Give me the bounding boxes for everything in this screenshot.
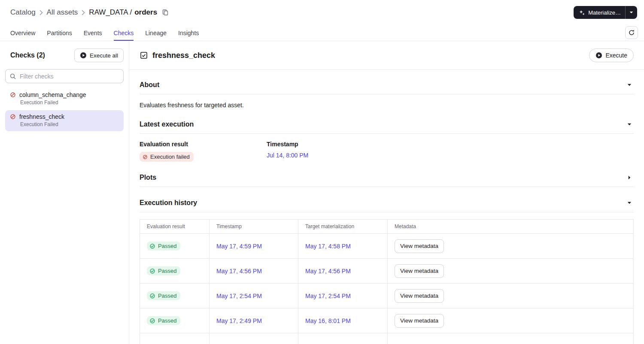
breadcrumb-asset-name: orders (134, 8, 157, 17)
table-header-row: Evaluation result Timestamp Target mater… (140, 220, 634, 234)
materialize-dropdown-caret[interactable] (626, 6, 637, 19)
execution-failed-badge: Execution failed (140, 152, 194, 162)
target-materialization-link[interactable]: May 17, 2:54 PM (305, 293, 351, 299)
table-row: Passed May 17, 4:56 PM May 17, 4:56 PM V… (140, 259, 634, 284)
sidebar-header: Checks (2) Execute all (0, 41, 129, 66)
chevron-right-icon (39, 10, 43, 15)
view-metadata-button[interactable]: View metadata (395, 264, 444, 278)
table-row: Passed May 17, 2:54 PM May 17, 2:54 PM V… (140, 284, 634, 308)
checks-list: column_schema_change Execution Failed fr… (0, 88, 129, 133)
check-detail-pane: freshness_check Execute About Evaluates … (129, 41, 644, 344)
target-materialization-link[interactable]: May 17, 4:56 PM (305, 268, 351, 275)
passed-badge: Passed (147, 241, 180, 250)
execution-history-heading: Execution history (140, 199, 197, 207)
execution-timestamp-link[interactable]: May 17, 4:59 PM (216, 243, 262, 250)
table-row: Passed May 17, 2:49 PM May 16, 8:01 PM V… (140, 308, 634, 333)
check-detail-header: freshness_check Execute (129, 41, 644, 70)
collapse-latest-execution-caret-icon[interactable] (625, 123, 634, 126)
check-name: freshness_check (19, 113, 64, 120)
execution-timestamp-link[interactable]: May 17, 2:49 PM (216, 317, 262, 324)
execution-history-section-header: Execution history (140, 187, 634, 212)
divider (140, 212, 634, 212)
passed-check-icon (149, 268, 155, 274)
target-materialization-link[interactable]: May 16, 8:01 PM (305, 317, 351, 324)
execute-label: Execute (605, 52, 627, 59)
play-icon (595, 52, 602, 59)
filter-checks-input[interactable] (5, 69, 124, 83)
tab-partitions[interactable]: Partitions (47, 25, 72, 41)
latest-execution-timestamp-link[interactable]: Jul 14, 8:00 PM (267, 152, 308, 159)
search-icon (9, 73, 16, 80)
column-header-timestamp: Timestamp (210, 220, 298, 234)
breadcrumb-catalog[interactable]: Catalog (10, 8, 36, 17)
passed-check-icon (149, 243, 155, 249)
column-header-target-materialization: Target materialization (298, 220, 388, 234)
execution-failed-icon (10, 92, 16, 98)
breadcrumb: Catalog All assets RAW_DATA / orders (10, 8, 169, 17)
check-status: Execution Failed (20, 121, 119, 127)
view-metadata-button[interactable]: View metadata (395, 314, 444, 328)
execution-timestamp-link[interactable]: May 17, 4:56 PM (216, 268, 262, 275)
tab-events[interactable]: Events (84, 25, 102, 41)
check-name: column_schema_change (19, 91, 86, 98)
execute-button[interactable]: Execute (589, 48, 634, 62)
collapse-execution-history-caret-icon[interactable] (625, 202, 634, 204)
sparkle-icon (579, 9, 585, 16)
tab-overview[interactable]: Overview (10, 25, 35, 41)
refresh-icon (628, 29, 635, 36)
chevron-right-icon (82, 10, 85, 15)
about-description: Evaluates freshness for targeted asset. (140, 94, 634, 109)
execution-failed-icon (143, 154, 148, 160)
execute-all-label: Execute all (90, 52, 118, 59)
asset-tabs: Overview Partitions Events Checks Lineag… (0, 25, 644, 41)
copy-icon[interactable] (162, 9, 169, 16)
table-row: Passed May 17, 4:59 PM May 17, 4:58 PM V… (140, 234, 634, 259)
view-metadata-button[interactable]: View metadata (395, 289, 444, 303)
timestamp-label: Timestamp (267, 141, 394, 148)
execute-all-button[interactable]: Execute all (74, 48, 124, 62)
execution-timestamp-link[interactable]: May 17, 2:54 PM (216, 293, 262, 299)
passed-badge: Passed (147, 316, 180, 325)
filter-checks-field (5, 69, 124, 83)
passed-badge: Passed (147, 266, 180, 275)
expand-plots-caret-icon[interactable] (625, 175, 634, 180)
tab-checks[interactable]: Checks (114, 25, 134, 41)
evaluation-result-label: Evaluation result (140, 141, 267, 148)
passed-badge-label: Passed (158, 243, 176, 249)
check-detail-body: About Evaluates freshness for targeted a… (129, 70, 644, 344)
passed-check-icon (149, 318, 155, 324)
column-header-metadata: Metadata (388, 220, 634, 234)
latest-execution-heading: Latest execution (140, 121, 194, 128)
tab-lineage[interactable]: Lineage (145, 25, 167, 41)
collapse-about-caret-icon[interactable] (625, 84, 634, 86)
column-header-evaluation-result: Evaluation result (140, 220, 210, 234)
materialize-button[interactable]: Materialize… (574, 6, 625, 19)
target-materialization-link[interactable]: May 17, 4:58 PM (305, 243, 351, 250)
play-icon (80, 52, 87, 59)
refresh-button[interactable] (625, 26, 638, 39)
passed-badge-label: Passed (158, 293, 176, 299)
passed-badge: Passed (147, 291, 180, 300)
content-area: Checks (2) Execute all column_schema_cha… (0, 41, 644, 344)
latest-execution-section-header: Latest execution (140, 109, 634, 133)
breadcrumb-all-assets[interactable]: All assets (47, 8, 78, 17)
passed-badge-label: Passed (158, 268, 176, 274)
check-status: Execution Failed (20, 100, 119, 106)
check-list-item-freshness-check[interactable]: freshness_check Execution Failed (5, 110, 124, 131)
checks-sidebar: Checks (2) Execute all column_schema_cha… (0, 41, 129, 344)
execution-failed-badge-label: Execution failed (150, 154, 190, 160)
breadcrumb-asset-group[interactable]: RAW_DATA / (89, 8, 132, 17)
latest-execution-fields: Evaluation result Execution failed Times… (140, 134, 634, 162)
check-title: freshness_check (152, 51, 215, 60)
tab-insights[interactable]: Insights (178, 25, 199, 41)
passed-check-icon (149, 293, 155, 299)
asset-check-icon (140, 51, 148, 60)
view-metadata-button[interactable]: View metadata (395, 239, 444, 253)
table-row-partial (140, 333, 634, 344)
about-heading: About (140, 81, 159, 89)
check-list-item-column-schema-change[interactable]: column_schema_change Execution Failed (5, 88, 124, 109)
plots-section-header: Plots (140, 162, 634, 187)
execution-history-table: Evaluation result Timestamp Target mater… (140, 219, 634, 344)
materialize-split-button: Materialize… (574, 6, 637, 19)
materialize-label: Materialize… (588, 9, 621, 16)
